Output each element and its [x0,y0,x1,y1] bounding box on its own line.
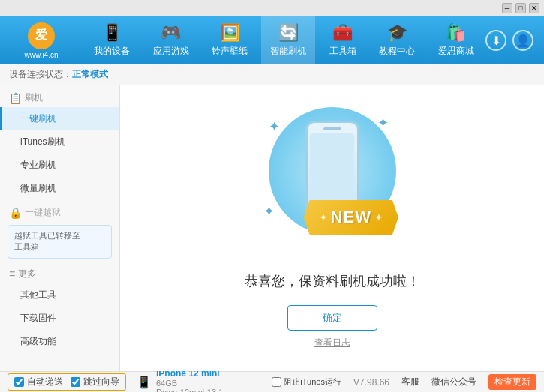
nav-item-smart-flash-label: 智能刷机 [270,45,306,58]
device-phone-icon: 📱 [137,375,152,389]
nav-item-smart-flash[interactable]: 🔄 智能刷机 [261,16,315,64]
phone-illustration: ✦ ✦ ✦ ✦ NEW ✦ [257,107,407,257]
nav-bar: 爱 www.i4.cn 📱 我的设备 🎮 应用游戏 🖼️ 铃声壁纸 🔄 智能刷机… [0,16,544,64]
sidebar: 📋 刷机 一键刷机 iTunes刷机 专业刷机 微量刷机 🔒 一键越狱 越狱工具… [0,85,120,371]
stop-itunes-checkbox[interactable] [272,377,281,387]
maximize-button[interactable]: □ [515,3,526,13]
nav-item-my-device-label: 我的设备 [94,45,130,58]
version-label: V7.98.66 [353,377,389,388]
nav-item-shop-label: 爱思商城 [438,45,474,58]
daily-log-link[interactable]: 查看日志 [314,337,350,349]
more-section-icon: ≡ [9,268,15,280]
minimize-button[interactable]: ─ [502,3,512,13]
status-bar: 设备连接状态： 正常模式 [0,64,544,85]
flash-section-icon: 📋 [9,92,22,104]
sidebar-section-jailbreak: 🔒 一键越狱 [0,200,119,222]
status-mode: 正常模式 [72,68,108,81]
nav-right: ⬇ 👤 [485,30,544,51]
confirm-button[interactable]: 确定 [287,305,377,331]
nav-items: 📱 我的设备 🎮 应用游戏 🖼️ 铃声壁纸 🔄 智能刷机 🧰 工具箱 🎓 教程中… [83,16,485,64]
nav-item-wallpaper[interactable]: 🖼️ 铃声壁纸 [203,16,257,64]
nav-item-tutorials[interactable]: 🎓 教程中心 [370,16,424,64]
nav-item-toolbox[interactable]: 🧰 工具箱 [320,16,365,64]
stop-itunes-label: 阻止iTunes运行 [284,376,341,388]
sparkle-icon-3: ✦ [263,203,275,220]
wallpaper-icon: 🖼️ [220,23,240,43]
my-device-icon: 📱 [102,23,122,43]
sparkle-icon-2: ✦ [377,115,389,131]
auto-send-label: 自动递送 [27,376,63,388]
sidebar-item-itunes-flash[interactable]: iTunes刷机 [0,130,119,154]
sidebar-item-download-firmware[interactable]: 下载固件 [0,307,119,330]
nav-item-wallpaper-label: 铃声壁纸 [212,45,248,58]
user-button[interactable]: 👤 [512,30,533,51]
title-bar: ─ □ ✕ [0,0,544,16]
nav-item-shop[interactable]: 🛍️ 爱思商城 [429,16,483,64]
phone-speaker [323,127,341,130]
sidebar-section-more: ≡ 更多 [0,262,119,283]
flash-section-label: 刷机 [25,91,43,104]
sparkle-icon-1: ✦ [269,118,280,135]
jailbreak-section-icon: 🔒 [9,207,22,219]
window-controls[interactable]: ─ □ ✕ [502,3,539,13]
content-area: ✦ ✦ ✦ ✦ NEW ✦ 恭喜您，保资料刷机成功啦！ 确定 查看日志 [120,85,544,371]
stop-itunes: 阻止iTunes运行 [272,376,341,388]
more-section-label: 更多 [18,268,36,280]
device-info-row: 📱 iPhone 12 mini 64GB Down-12mini-13,1 [137,368,223,393]
checkbox-group: 自动递送 跳过向导 [8,373,126,391]
sidebar-item-pro-flash[interactable]: 专业刷机 [0,154,119,177]
device-storage: 64GB [156,379,223,388]
auto-send-checkbox-label[interactable]: 自动递送 [14,376,63,388]
sidebar-item-other-tools[interactable]: 其他工具 [0,283,119,307]
bottom-right: 阻止iTunes运行 V7.98.66 客服 微信公众号 检查更新 [272,374,536,390]
new-badge-wrapper: ✦ NEW ✦ [304,200,398,235]
close-button[interactable]: ✕ [529,3,539,13]
shop-icon: 🛍️ [446,23,466,43]
sidebar-item-advanced[interactable]: 高级功能 [0,330,119,353]
sidebar-section-flash: 📋 刷机 [0,85,119,107]
logo-text: 爱 [35,28,47,43]
bottom-left: 自动递送 跳过向导 📱 iPhone 12 mini 64GB Down-12m… [8,368,223,393]
main-layout: 📋 刷机 一键刷机 iTunes刷机 专业刷机 微量刷机 🔒 一键越狱 越狱工具… [0,85,544,371]
logo-icon: 爱 [28,22,55,49]
success-message: 恭喜您，保资料刷机成功啦！ [245,272,420,290]
new-badge-text: NEW [331,208,371,227]
tutorials-icon: 🎓 [387,23,407,43]
skip-wizard-checkbox[interactable] [71,377,80,387]
smart-flash-icon: 🔄 [278,23,299,43]
customer-service-link[interactable]: 客服 [401,376,419,388]
device-info: iPhone 12 mini 64GB Down-12mini-13,1 [156,368,223,393]
auto-send-checkbox[interactable] [14,377,24,387]
star-right-icon: ✦ [374,211,383,223]
logo-url: www.i4.cn [24,51,58,59]
jailbreak-notice: 越狱工具已转移至工具箱 [8,225,112,259]
star-left-icon: ✦ [319,211,328,223]
device-system: Down-12mini-13,1 [156,388,223,393]
phone-screen [310,133,354,198]
sidebar-item-one-click-flash[interactable]: 一键刷机 [0,107,119,130]
logo-area: 爱 www.i4.cn [0,22,83,59]
nav-item-my-device[interactable]: 📱 我的设备 [85,16,139,64]
nav-item-toolbox-label: 工具箱 [329,45,356,58]
sidebar-item-ota-flash[interactable]: 微量刷机 [0,177,119,200]
check-update-button[interactable]: 检查更新 [488,374,536,390]
skip-wizard-checkbox-label[interactable]: 跳过向导 [71,376,119,388]
skip-wizard-label: 跳过向导 [83,376,119,388]
wechat-link[interactable]: 微信公众号 [431,376,476,388]
download-button[interactable]: ⬇ [485,30,506,51]
nav-item-apps-label: 应用游戏 [153,45,189,58]
status-label: 设备连接状态： [9,68,72,81]
new-ribbon: ✦ NEW ✦ [304,200,398,235]
nav-item-tutorials-label: 教程中心 [379,45,415,58]
jailbreak-section-label: 一键越狱 [25,206,61,219]
toolbox-icon: 🧰 [332,23,353,43]
apps-icon: 🎮 [161,23,181,43]
nav-item-apps[interactable]: 🎮 应用游戏 [144,16,198,64]
bottom-bar: 自动递送 跳过向导 📱 iPhone 12 mini 64GB Down-12m… [0,371,544,392]
